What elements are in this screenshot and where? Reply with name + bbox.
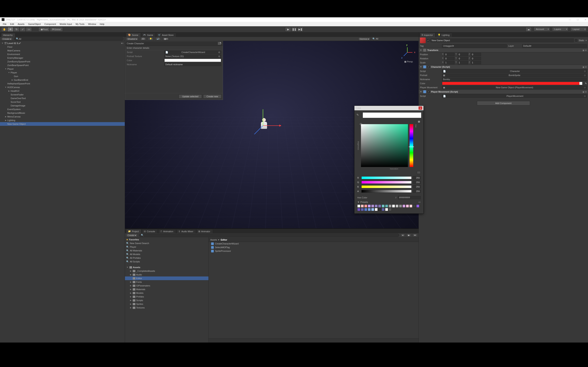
hierarchy-item[interactable]: HellephantSpawnPoint [0, 82, 125, 85]
menu-mytools[interactable]: My Tools [74, 22, 86, 26]
wizard-update-button[interactable]: Update selected [179, 94, 202, 99]
g-slider[interactable] [361, 181, 412, 184]
hue-slider[interactable] [410, 124, 413, 167]
r-slider[interactable] [361, 176, 412, 179]
g-value[interactable]: 255 [413, 181, 421, 184]
cloud-button[interactable]: ☁ [526, 27, 532, 32]
playermovement-component[interactable]: ▼ ✓ Player Movement (Script) ▣ ⚙ [419, 90, 588, 94]
rect-tool[interactable]: ▭ [26, 27, 32, 32]
scale-y[interactable]: 1 [458, 61, 468, 64]
sv-cursor[interactable] [360, 123, 362, 125]
project-breadcrumb[interactable]: Assets ▸ Editor [209, 238, 419, 242]
hand-tool[interactable]: ✋ [1, 27, 7, 32]
project-content[interactable]: Assets ▸ Editor CreateCharacterWizardSel… [209, 237, 419, 342]
pos-y[interactable]: 0 [458, 53, 468, 56]
play-button[interactable]: ▶ [285, 27, 291, 32]
folder-item[interactable]: ▶_CompletedAssets [125, 269, 208, 273]
hierarchy-item[interactable]: MainCamera [0, 49, 125, 52]
hierarchy-item[interactable]: Environment [0, 52, 125, 56]
folder-item[interactable]: ▶Materials [125, 287, 208, 291]
hierarchy-item[interactable]: ZomBunnySpawnPoint [0, 60, 125, 63]
presets-header[interactable]: ▼ Presets ▪≡ [355, 200, 424, 204]
color-preset[interactable] [381, 208, 385, 211]
color-preset[interactable] [364, 208, 367, 211]
slider-mode-toggle[interactable] [417, 171, 421, 174]
assets-root[interactable]: ▼ Assets [125, 266, 208, 269]
color-picker-titlebar[interactable]: Color ✕ [355, 106, 424, 110]
color-preset[interactable] [378, 205, 381, 208]
color-preset[interactable] [381, 205, 385, 208]
step-button[interactable]: ▶❚ [297, 27, 303, 32]
favorite-item[interactable]: 🔍All Models [125, 252, 208, 256]
tab-lighting[interactable]: 💡 Lighting [436, 33, 452, 37]
fx-toggle[interactable]: ▦ ▾ [163, 37, 169, 40]
char-color-field[interactable] [442, 82, 582, 85]
lighting-toggle[interactable]: 💡 [148, 37, 153, 40]
folder-item[interactable]: ▶Fonts [125, 280, 208, 284]
hue-cursor[interactable] [409, 146, 414, 147]
folder-item[interactable]: ▶Models [125, 291, 208, 295]
hex-field[interactable]: FFFFFFFF [398, 196, 421, 199]
project-filter-3[interactable]: ★ [413, 234, 417, 237]
favorite-item[interactable]: 🔍New Saved Search [125, 242, 208, 245]
tab-console[interactable]: ▤ Console [142, 229, 158, 233]
hierarchy-item[interactable]: ▼HUDCanvas [0, 85, 125, 89]
color-preset[interactable] [385, 205, 388, 208]
color-preset[interactable] [375, 208, 378, 211]
wizard-portrait-field[interactable]: None (Texture 2D)⊙ [164, 55, 221, 58]
folder-item[interactable]: ▶Scripts [125, 299, 208, 302]
gameobject-icon[interactable] [420, 38, 426, 43]
r-value[interactable]: 255 [413, 176, 421, 179]
color-preset[interactable] [406, 205, 409, 208]
hierarchy-item[interactable]: Floor [0, 45, 125, 49]
static-checkbox[interactable] [575, 39, 577, 42]
b-value[interactable]: 255 [413, 185, 421, 188]
tab-animation[interactable]: ⏱ Animation [158, 229, 176, 233]
gameobject-name-field[interactable] [431, 39, 574, 42]
project-create[interactable]: Create ▾ [126, 234, 138, 237]
color-preset[interactable] [399, 205, 402, 208]
menu-assets[interactable]: Assets [16, 22, 26, 26]
character-component[interactable]: ▼ ✓ Character (Script) ▣ ⚙ [419, 65, 588, 69]
move-tool[interactable]: ✥ [7, 27, 13, 32]
favorite-item[interactable]: 🔍All Scripts [125, 260, 208, 263]
a-value[interactable]: 255 [413, 190, 421, 193]
menu-file[interactable]: File [1, 22, 8, 26]
space-toggle[interactable]: ⟳ Global [50, 27, 63, 32]
char-pm-field[interactable]: ▣ New Game Object (PlayerMovement)⊙ [442, 86, 587, 89]
char-portrait-field[interactable]: ▦ BombSprite⊙ [442, 74, 587, 77]
color-preset[interactable] [409, 205, 412, 208]
asset-item[interactable]: SelectAllOfTag [209, 245, 419, 249]
tab-hierarchy[interactable]: Hierarchy [1, 33, 15, 37]
hierarchy-item[interactable]: Gun [0, 75, 125, 78]
color-preset[interactable] [413, 205, 416, 208]
orientation-gizmo[interactable]: x y z [400, 45, 415, 59]
color-preset[interactable] [357, 205, 360, 208]
color-mode-toggle[interactable]: ▦ [417, 120, 421, 123]
transform-component[interactable]: ▼ Transform ▣ ⚙ [419, 48, 588, 52]
close-button[interactable]: ✕ [585, 18, 586, 21]
color-preset[interactable] [361, 208, 364, 211]
wizard-titlebar[interactable]: Create Character [125, 41, 223, 46]
audio-toggle[interactable]: 🔊 [155, 37, 161, 40]
hierarchy-item[interactable]: EnemyManager [0, 56, 125, 60]
hierarchy-item[interactable]: ZomBearSpawnPoint [0, 63, 125, 67]
rot-y[interactable]: 0 [458, 57, 468, 60]
scale-x[interactable]: 1 [444, 61, 454, 64]
color-preset[interactable] [389, 205, 392, 208]
rotate-tool[interactable]: ↻ [13, 27, 20, 32]
color-preset[interactable] [385, 208, 388, 211]
layout-dropdown[interactable]: Layout [571, 27, 587, 31]
hierarchy-item[interactable]: ScreenFader [0, 93, 125, 96]
color-preset[interactable] [368, 208, 371, 211]
layers-dropdown[interactable]: Layers [552, 27, 568, 31]
folder-item[interactable]: Editor [125, 276, 208, 280]
2d-toggle[interactable]: 2D [140, 37, 146, 40]
saturation-value-picker[interactable] [361, 124, 408, 167]
menu-help[interactable]: Help [98, 22, 106, 26]
pm-enabled[interactable]: ✓ [427, 91, 430, 93]
b-slider[interactable] [361, 185, 412, 188]
rot-x[interactable]: 0 [444, 57, 454, 60]
account-dropdown[interactable]: Account [534, 27, 550, 31]
project-tree[interactable]: ★ Favorites 🔍New Saved Search🔍Player🔍All… [125, 237, 209, 342]
